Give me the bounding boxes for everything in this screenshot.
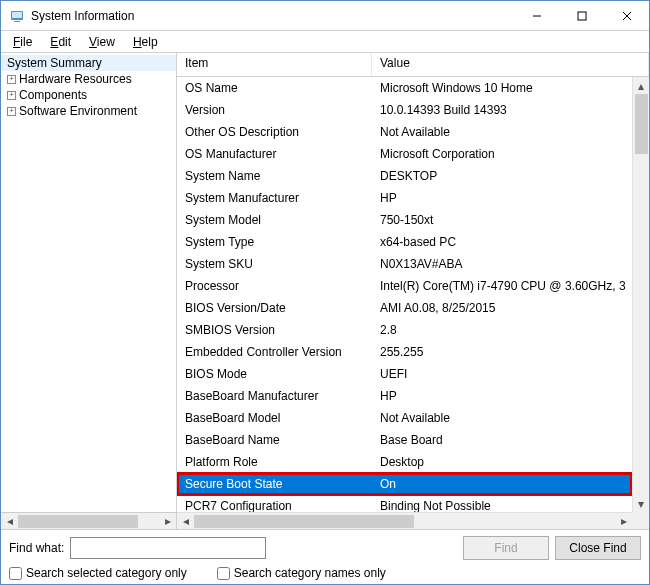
cell-value: HP	[372, 389, 632, 403]
cell-value: On	[372, 477, 632, 491]
table-row[interactable]: BIOS Version/DateAMI A0.08, 8/25/2015	[177, 297, 632, 319]
find-button[interactable]: Find	[463, 536, 549, 560]
cell-value: Binding Not Possible	[372, 499, 632, 512]
expand-icon[interactable]: +	[7, 91, 16, 100]
cell-item: BaseBoard Model	[177, 411, 372, 425]
checkbox-search-selected-category[interactable]: Search selected category only	[9, 566, 187, 580]
menu-view[interactable]: View	[81, 33, 123, 51]
maximize-button[interactable]	[559, 1, 604, 30]
cell-value: Microsoft Corporation	[372, 147, 632, 161]
cell-item: Platform Role	[177, 455, 372, 469]
table-row[interactable]: System Model750-150xt	[177, 209, 632, 231]
checkbox-input[interactable]	[9, 567, 22, 580]
table-row[interactable]: Secure Boot StateOn	[177, 473, 632, 495]
cell-item: Processor	[177, 279, 372, 293]
cell-item: System Name	[177, 169, 372, 183]
tree-label: Software Environment	[19, 104, 137, 118]
menu-edit[interactable]: Edit	[42, 33, 79, 51]
scroll-up-icon[interactable]: ▴	[633, 77, 649, 94]
scroll-left-icon[interactable]: ◂	[1, 513, 18, 529]
scroll-down-icon[interactable]: ▾	[633, 495, 649, 512]
cell-item: OS Manufacturer	[177, 147, 372, 161]
minimize-button[interactable]	[514, 1, 559, 30]
table-row[interactable]: System Typex64-based PC	[177, 231, 632, 253]
table-row[interactable]: BIOS ModeUEFI	[177, 363, 632, 385]
expand-icon[interactable]: +	[7, 75, 16, 84]
tree-item-components[interactable]: + Components	[1, 87, 176, 103]
svg-rect-4	[578, 12, 586, 20]
table-row[interactable]: Platform RoleDesktop	[177, 451, 632, 473]
scroll-left-icon[interactable]: ◂	[177, 513, 194, 529]
cell-value: 750-150xt	[372, 213, 632, 227]
cell-value: HP	[372, 191, 632, 205]
cell-value: Intel(R) Core(TM) i7-4790 CPU @ 3.60GHz,…	[372, 279, 632, 293]
checkbox-label: Search selected category only	[26, 566, 187, 580]
column-header-item[interactable]: Item	[177, 53, 372, 76]
titlebar: System Information	[1, 1, 649, 31]
cell-value: 10.0.14393 Build 14393	[372, 103, 632, 117]
table-row[interactable]: Other OS DescriptionNot Available	[177, 121, 632, 143]
cell-item: Version	[177, 103, 372, 117]
table-row[interactable]: ProcessorIntel(R) Core(TM) i7-4790 CPU @…	[177, 275, 632, 297]
cell-value: 2.8	[372, 323, 632, 337]
tree-root-system-summary[interactable]: System Summary	[1, 55, 176, 71]
table-row[interactable]: System NameDESKTOP	[177, 165, 632, 187]
table-row[interactable]: SMBIOS Version2.8	[177, 319, 632, 341]
cell-item: BIOS Mode	[177, 367, 372, 381]
tree-item-software-environment[interactable]: + Software Environment	[1, 103, 176, 119]
tree-label: System Summary	[7, 56, 102, 70]
table-row[interactable]: BaseBoard ModelNot Available	[177, 407, 632, 429]
find-label: Find what:	[9, 541, 64, 555]
cell-item: Other OS Description	[177, 125, 372, 139]
cell-value: x64-based PC	[372, 235, 632, 249]
details-list: Item Value OS NameMicrosoft Windows 10 H…	[177, 53, 649, 529]
cell-value: UEFI	[372, 367, 632, 381]
tree-label: Components	[19, 88, 87, 102]
cell-value: Base Board	[372, 433, 632, 447]
expand-icon[interactable]: +	[7, 107, 16, 116]
tree-label: Hardware Resources	[19, 72, 132, 86]
menu-help[interactable]: Help	[125, 33, 166, 51]
scroll-right-icon[interactable]: ▸	[615, 513, 632, 529]
scroll-thumb[interactable]	[635, 94, 648, 154]
category-tree[interactable]: System Summary + Hardware Resources + Co…	[1, 53, 177, 529]
cell-item: BaseBoard Name	[177, 433, 372, 447]
vertical-scrollbar[interactable]: ▴ ▾	[632, 77, 649, 512]
close-find-button[interactable]: Close Find	[555, 536, 641, 560]
cell-item: System Manufacturer	[177, 191, 372, 205]
cell-item: Secure Boot State	[177, 477, 372, 491]
checkbox-input[interactable]	[217, 567, 230, 580]
scroll-right-icon[interactable]: ▸	[159, 513, 176, 529]
scroll-thumb[interactable]	[18, 515, 138, 528]
table-row[interactable]: System ManufacturerHP	[177, 187, 632, 209]
list-header: Item Value	[177, 53, 649, 77]
table-row[interactable]: Version10.0.14393 Build 14393	[177, 99, 632, 121]
checkbox-search-category-names[interactable]: Search category names only	[217, 566, 386, 580]
scroll-thumb[interactable]	[194, 515, 414, 528]
checkbox-label: Search category names only	[234, 566, 386, 580]
cell-item: System Model	[177, 213, 372, 227]
cell-value: AMI A0.08, 8/25/2015	[372, 301, 632, 315]
cell-item: System Type	[177, 235, 372, 249]
tree-horizontal-scrollbar[interactable]: ◂ ▸	[1, 512, 176, 529]
table-row[interactable]: BaseBoard ManufacturerHP	[177, 385, 632, 407]
table-row[interactable]: Embedded Controller Version255.255	[177, 341, 632, 363]
close-button[interactable]	[604, 1, 649, 30]
menu-file[interactable]: File	[5, 33, 40, 51]
column-header-value[interactable]: Value	[372, 53, 649, 76]
cell-value: Not Available	[372, 125, 632, 139]
cell-item: OS Name	[177, 81, 372, 95]
table-row[interactable]: OS ManufacturerMicrosoft Corporation	[177, 143, 632, 165]
window-title: System Information	[31, 9, 514, 23]
find-input[interactable]	[70, 537, 265, 559]
table-row[interactable]: BaseBoard NameBase Board	[177, 429, 632, 451]
horizontal-scrollbar[interactable]: ◂ ▸	[177, 512, 632, 529]
table-row[interactable]: OS NameMicrosoft Windows 10 Home	[177, 77, 632, 99]
app-icon	[9, 8, 25, 24]
tree-item-hardware-resources[interactable]: + Hardware Resources	[1, 71, 176, 87]
table-row[interactable]: PCR7 ConfigurationBinding Not Possible	[177, 495, 632, 512]
table-row[interactable]: System SKUN0X13AV#ABA	[177, 253, 632, 275]
cell-value: DESKTOP	[372, 169, 632, 183]
cell-item: PCR7 Configuration	[177, 499, 372, 512]
cell-item: SMBIOS Version	[177, 323, 372, 337]
